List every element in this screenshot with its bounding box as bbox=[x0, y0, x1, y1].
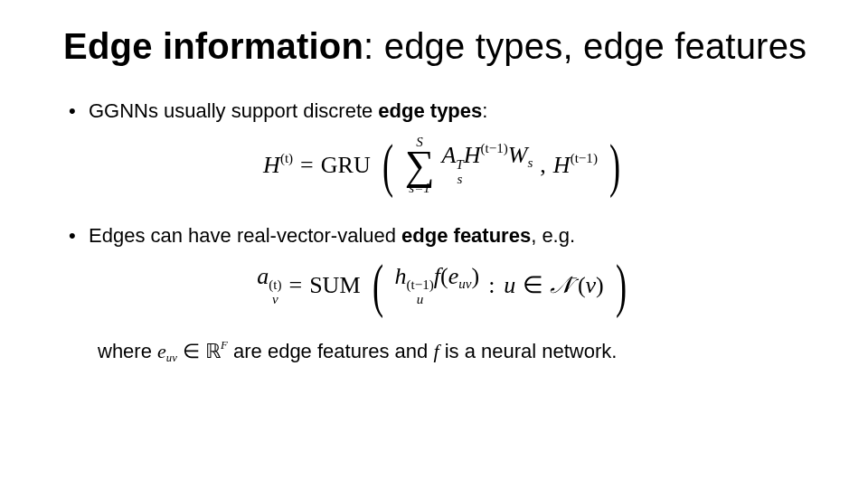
slide-title: Edge information: edge types, edge featu… bbox=[63, 25, 825, 67]
bullet-2-pre: Edges can have real-vector-valued bbox=[89, 224, 401, 247]
eq2-lhs-sub: v bbox=[269, 293, 281, 307]
where-post: is a neural network. bbox=[439, 340, 618, 362]
slide-root: Edge information: edge types, edge featu… bbox=[0, 0, 868, 488]
lparen-icon-2: ( bbox=[372, 260, 382, 311]
equation-1: H(t) = GRU ( S ∑ s=1 ATsH(t−1)Ws , H(t−1… bbox=[63, 136, 825, 196]
eq2-colon: : bbox=[488, 274, 495, 297]
eq1-W-base: W bbox=[508, 142, 528, 168]
eq2-e-sub: uv bbox=[458, 277, 471, 291]
where-e-base: e bbox=[157, 340, 166, 362]
title-rest: : edge types, edge features bbox=[363, 26, 807, 66]
where-e-sub: uv bbox=[166, 352, 177, 365]
eq1-arg2-base: H bbox=[553, 152, 571, 178]
eq1-sum-lower: s=1 bbox=[409, 182, 429, 195]
lparen-icon: ( bbox=[382, 140, 393, 191]
bullet-list-2: Edges can have real-vector-valued edge f… bbox=[63, 222, 825, 249]
eq1-lhs-base: H bbox=[263, 152, 280, 178]
bullet-2: Edges can have real-vector-valued edge f… bbox=[63, 222, 825, 249]
where-pre: where bbox=[98, 340, 157, 362]
eq2-in: ∈ bbox=[523, 274, 543, 297]
equation-2: a(t)v = SUM ( h(t−1)uf(euv) : u ∈ 𝒩−(v) … bbox=[63, 260, 825, 311]
eq2-h-base: h bbox=[394, 263, 406, 289]
eq1-H-base: H bbox=[464, 142, 481, 168]
eq2-N: 𝒩 bbox=[551, 272, 570, 298]
rparen-icon: ) bbox=[609, 140, 620, 191]
eq2-lhs-sup: (t) bbox=[269, 278, 281, 293]
bullet-2-post: , e.g. bbox=[531, 224, 575, 247]
eq1-op: GRU bbox=[321, 154, 371, 177]
bullet-1: GGNNs usually support discrete edge type… bbox=[63, 98, 825, 125]
where-R: ℝ bbox=[205, 340, 221, 362]
eq2-u: u bbox=[504, 272, 515, 298]
eq1-arg2-sup: (t−1) bbox=[571, 151, 598, 165]
eq1-A-sup: T bbox=[456, 158, 463, 173]
eq2-lhs-base: a bbox=[257, 263, 269, 289]
eq2-h-sub: u bbox=[406, 293, 433, 307]
eq2-e-base: e bbox=[448, 263, 459, 289]
eq2-op: SUM bbox=[309, 274, 360, 297]
where-R-sup: F bbox=[221, 340, 228, 352]
bullet-list: GGNNs usually support discrete edge type… bbox=[63, 98, 825, 125]
eq1-A-base: A bbox=[441, 142, 456, 168]
where-in: ∈ bbox=[177, 340, 205, 362]
bullet-1-pre: GGNNs usually support discrete bbox=[89, 99, 378, 122]
eq2-v: v bbox=[586, 272, 597, 298]
eq1-A-sub: s bbox=[456, 173, 463, 187]
eq2-h-sup: (t−1) bbox=[406, 278, 433, 293]
eq1-W-sub: s bbox=[527, 156, 533, 171]
eq2-f: f bbox=[434, 263, 440, 289]
where-clause: where euv ∈ ℝF are edge features and f i… bbox=[98, 338, 825, 365]
bullet-2-bold: edge features bbox=[401, 224, 531, 247]
sigma-icon: S ∑ s=1 bbox=[405, 136, 435, 196]
bullet-1-post: : bbox=[482, 99, 487, 122]
eq1-H-sup: (t−1) bbox=[481, 141, 508, 155]
bullet-1-bold: edge types bbox=[378, 99, 482, 122]
where-mid: are edge features and bbox=[228, 340, 434, 362]
rparen-icon-2: ) bbox=[616, 260, 627, 311]
title-bold-part: Edge information bbox=[63, 26, 363, 66]
eq1-lhs-sup: (t) bbox=[280, 151, 293, 165]
eq2-N-sup: − bbox=[570, 271, 578, 286]
